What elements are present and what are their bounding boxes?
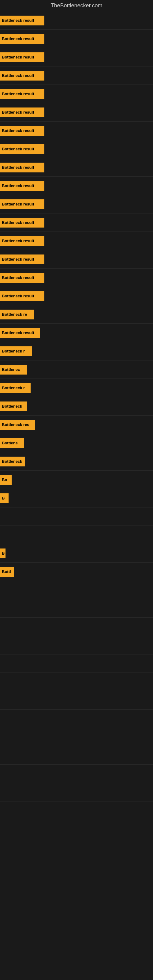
bar-row: Bottleneck re (0, 305, 153, 324)
bottleneck-result-bar[interactable]: Bottleneck result (0, 328, 40, 338)
bar-row: B (0, 544, 153, 563)
bar-row: Bottleneck result (0, 324, 153, 342)
bar-row: Bottlenec (0, 360, 153, 379)
bottleneck-result-bar[interactable]: Bottlenec (0, 365, 27, 375)
bar-row (0, 783, 153, 802)
bottleneck-result-bar[interactable]: Bottleneck result (0, 144, 45, 154)
bar-row (0, 618, 153, 636)
bottleneck-result-bar[interactable]: Bottleneck result (0, 236, 45, 246)
bar-row: Bottleneck res (0, 415, 153, 434)
bar-row: Bottleneck result (0, 122, 153, 140)
bar-row: Bottleneck result (0, 85, 153, 103)
bar-row: Bottleneck result (0, 250, 153, 269)
bar-row (0, 691, 153, 710)
bar-row: Bottleneck (0, 452, 153, 471)
bar-row (0, 636, 153, 654)
bottleneck-result-bar[interactable]: Bottleneck result (0, 162, 45, 172)
site-title: TheBottlenecker.com (0, 0, 153, 11)
bar-row (0, 581, 153, 599)
bar-row: Bottleneck result (0, 213, 153, 232)
bottleneck-result-bar[interactable]: Bottleneck result (0, 218, 45, 228)
bar-row: Bottleneck result (0, 48, 153, 67)
bar-row (0, 710, 153, 728)
bar-row: Bottleneck r (0, 379, 153, 397)
bar-row: Bottleneck result (0, 269, 153, 287)
bottleneck-result-bar[interactable]: Bottleneck result (0, 255, 45, 264)
bottleneck-result-bar[interactable]: Bottleneck result (0, 71, 45, 81)
bar-row: Bottleneck result (0, 158, 153, 177)
bar-row: B (0, 489, 153, 508)
bottleneck-result-bar[interactable]: Bottleneck result (0, 181, 45, 191)
bottleneck-result-bar[interactable]: Bottleneck result (0, 52, 45, 62)
bar-row: Bottleneck result (0, 140, 153, 158)
bottleneck-result-bar[interactable]: B (0, 493, 9, 503)
bar-row (0, 508, 153, 526)
bar-row: Bottleneck result (0, 232, 153, 250)
bottleneck-result-bar[interactable]: Bottleneck result (0, 199, 45, 209)
bar-row: Bottleneck result (0, 103, 153, 122)
bar-row (0, 599, 153, 618)
bar-row: Bottleneck result (0, 287, 153, 305)
bar-row (0, 728, 153, 746)
bar-row: Bo (0, 471, 153, 489)
bar-row (0, 746, 153, 765)
bottleneck-result-bar[interactable]: Bottleneck result (0, 108, 45, 117)
bottleneck-result-bar[interactable]: Bottleneck result (0, 89, 45, 99)
bottleneck-result-bar[interactable]: Bottleneck r (0, 346, 32, 356)
bottleneck-result-bar[interactable]: Bottleneck (0, 401, 27, 411)
bottleneck-result-bar[interactable]: Bottleneck result (0, 291, 45, 301)
bar-row (0, 673, 153, 691)
bottleneck-result-bar[interactable]: Bottlene (0, 438, 24, 448)
bar-row: Bottleneck result (0, 30, 153, 48)
bottleneck-result-bar[interactable]: B (0, 549, 5, 558)
bottleneck-result-bar[interactable]: Bottleneck re (0, 310, 33, 320)
bottleneck-result-bar[interactable]: Bottl (0, 567, 14, 577)
bar-row (0, 765, 153, 783)
bottleneck-result-bar[interactable]: Bottleneck res (0, 420, 35, 430)
bottleneck-result-bar[interactable]: Bottleneck r (0, 383, 30, 393)
bottleneck-result-bar[interactable]: Bo (0, 475, 12, 485)
bar-row: Bottlene (0, 434, 153, 452)
bar-row: Bottleneck r (0, 342, 153, 360)
bar-row: Bottleneck result (0, 195, 153, 213)
bar-row: Bottl (0, 563, 153, 581)
bottleneck-result-bar[interactable]: Bottleneck result (0, 34, 45, 44)
bottleneck-result-bar[interactable]: Bottleneck result (0, 273, 45, 283)
bar-row: Bottleneck result (0, 177, 153, 195)
bottleneck-result-bar[interactable]: Bottleneck result (0, 16, 45, 25)
bottleneck-result-bar[interactable]: Bottleneck result (0, 126, 45, 136)
bar-row: Bottleneck result (0, 67, 153, 85)
bar-row (0, 654, 153, 673)
bottleneck-result-bar[interactable]: Bottleneck (0, 457, 25, 466)
bar-row (0, 526, 153, 544)
bar-row: Bottleneck (0, 397, 153, 415)
bar-row: Bottleneck result (0, 11, 153, 30)
